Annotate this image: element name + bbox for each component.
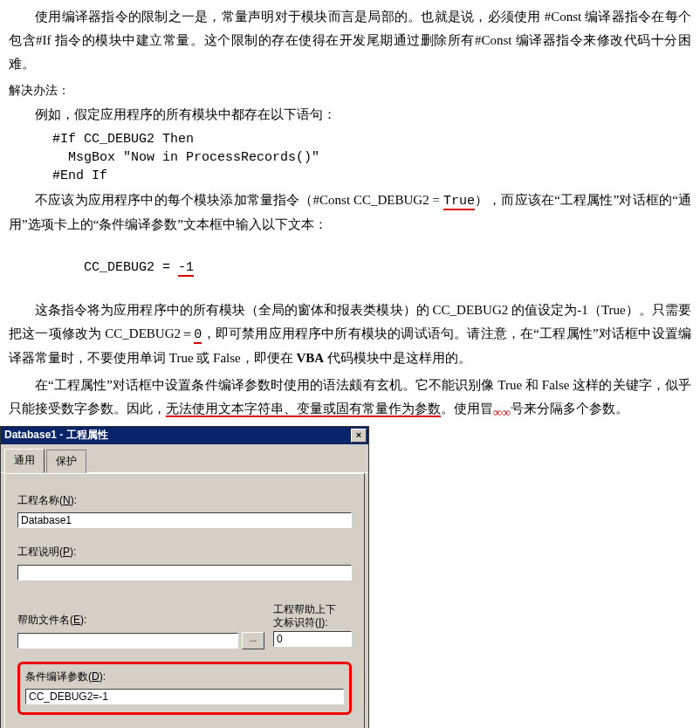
project-properties-dialog: Database1 - 工程属性 × 通用 保护 工程名称(N): 工程说明(P… <box>0 426 369 728</box>
paragraph-5: 在“工程属性”对话框中设置条件编译参数时使用的语法颇有玄机。它不能识别像 Tru… <box>9 374 691 421</box>
lbl-desc-u: P <box>63 546 70 558</box>
close-icon[interactable]: × <box>351 429 367 443</box>
label-context-id: 工程帮助上下 文标识符(I): <box>273 603 352 628</box>
lbl-help-u: E <box>73 614 80 626</box>
paragraph-2: 例如，假定应用程序的所有模块中都存在以下语句： <box>9 103 691 127</box>
paragraph-1: 使用编译器指令的限制之一是，常量声明对于模块而言是局部的。也就是说，必须使用 #… <box>9 5 691 76</box>
lbl-desc-a: 工程说明( <box>17 546 63 558</box>
lbl-help-a: 帮助文件名( <box>17 614 73 626</box>
help-row: 帮助文件名(E): ... 工程帮助上下 文标识符(I): <box>17 598 352 649</box>
project-desc-input[interactable] <box>17 565 352 580</box>
tab-protect[interactable]: 保护 <box>46 450 86 473</box>
conditional-compile-input[interactable] <box>25 689 344 704</box>
lbl-name-u: N <box>63 494 71 506</box>
lbl-ctx-b: 文标识符( <box>273 616 319 628</box>
lbl-cc-u: D <box>92 670 100 683</box>
paragraph-3: 不应该为应用程序中的每个模块添加常量指令（#Const CC_DEBUG2 = … <box>9 189 691 237</box>
solution-heading: 解决办法： <box>9 79 691 101</box>
p5-colon: 冒 <box>480 402 493 416</box>
paragraph-4: 这条指令将为应用程序中的所有模块（全局的窗体和报表类模块）的 CC_DEBUG2… <box>9 299 691 370</box>
document-body: 使用编译器指令的限制之一是，常量声明对于模块而言是局部的。也就是说，必须使用 #… <box>0 0 700 421</box>
label-help-file: 帮助文件名(E): <box>17 611 264 630</box>
general-panel: 工程名称(N): 工程说明(P): 帮助文件名(E): ... 工程帮助上下 文… <box>4 473 365 728</box>
label-conditional-compile: 条件编译参数(D): <box>25 668 344 687</box>
browse-button[interactable]: ... <box>242 632 264 649</box>
lbl-cc-a: 条件编译参数( <box>25 670 92 683</box>
code2-minus1: -1 <box>178 260 194 277</box>
help-file-input[interactable] <box>17 633 238 649</box>
infinity-annotation-icon: ∞∞ <box>493 406 511 419</box>
dialog-title: Database1 - 工程属性 <box>4 426 351 445</box>
p5-b: 。使用 <box>441 402 480 416</box>
p3-text-a: 不应该为应用程序中的每个模块添加常量指令（#Const CC_DEBUG2 = <box>35 193 443 207</box>
lbl-help-b: ): <box>80 614 86 626</box>
lbl-cc-b: ): <box>100 670 106 683</box>
p5-underlined: 无法使用文本字符串、变量或固有常量作为参数 <box>166 402 441 417</box>
lbl-ctx-a: 工程帮助上下 <box>273 603 336 615</box>
code-block-2: CC_DEBUG2 = -1 <box>52 240 691 295</box>
highlight-box: 条件编译参数(D): <box>17 662 352 715</box>
lbl-ctx-c: ): <box>321 616 327 628</box>
code2-a: CC_DEBUG2 = <box>84 260 178 275</box>
lbl-desc-b: ): <box>70 546 76 558</box>
titlebar: Database1 - 工程属性 × <box>1 427 368 444</box>
p4-c: 代码模块中是这样用的。 <box>324 351 471 365</box>
p3-true-underlined: True <box>443 194 475 210</box>
tab-strip: 通用 保护 <box>1 444 368 473</box>
lbl-name-b: ): <box>71 494 77 506</box>
context-id-input[interactable] <box>273 631 352 647</box>
tab-general[interactable]: 通用 <box>4 449 45 473</box>
project-name-input[interactable] <box>17 512 352 528</box>
p5-c: 号来分隔多个参数。 <box>511 402 628 416</box>
p4-vba-bold: VBA <box>296 351 324 365</box>
label-project-desc: 工程说明(P): <box>17 543 352 562</box>
code-block-1: #If CC_DEBUG2 Then MsgBox "Now in Proces… <box>52 130 691 185</box>
label-project-name: 工程名称(N): <box>17 491 352 511</box>
lbl-name-a: 工程名称( <box>17 494 63 506</box>
